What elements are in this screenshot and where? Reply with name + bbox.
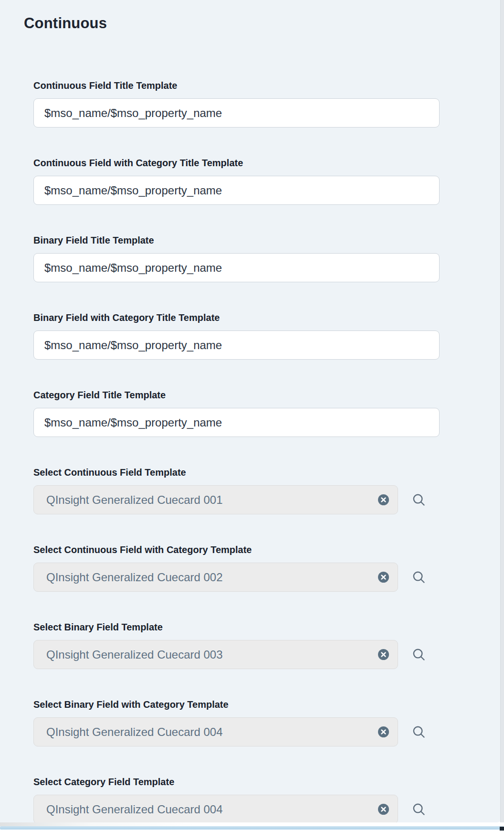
horizontal-scrollbar-thumb[interactable] [0, 826, 504, 830]
field-label: Select Continuous Field with Category Te… [33, 544, 504, 555]
search-icon [411, 724, 427, 740]
clear-button[interactable] [378, 649, 389, 660]
template-input[interactable] [33, 176, 440, 205]
search-button[interactable] [411, 647, 427, 663]
horizontal-scrollbar-track[interactable] [0, 822, 504, 826]
search-button[interactable] [411, 801, 427, 818]
select-box[interactable]: QInsight Generalized Cuecard 003 [33, 640, 398, 669]
template-input[interactable] [33, 253, 440, 282]
field-label: Binary Field Title Template [33, 235, 504, 245]
field-label: Category Field Title Template [33, 390, 504, 400]
clear-button[interactable] [378, 572, 389, 583]
x-circle-icon [378, 494, 389, 505]
field-label: Continuous Field Title Template [33, 80, 504, 91]
scrollbar-corner [500, 827, 504, 831]
field-label: Continuous Field with Category Title Tem… [33, 158, 504, 168]
field-category-title-template: Category Field Title Template [33, 390, 504, 437]
search-button[interactable] [411, 724, 427, 740]
select-row: QInsight Generalized Cuecard 003 [33, 640, 504, 669]
field-label: Select Binary Field Template [33, 622, 504, 632]
field-label: Select Continuous Field Template [33, 467, 504, 478]
clear-button[interactable] [378, 804, 389, 815]
x-circle-icon [378, 649, 389, 660]
field-select-binary-template: Select Binary Field Template QInsight Ge… [33, 622, 504, 669]
select-row: QInsight Generalized Cuecard 001 [33, 485, 504, 514]
select-value: QInsight Generalized Cuecard 004 [46, 803, 378, 816]
select-row: QInsight Generalized Cuecard 004 [33, 795, 504, 824]
x-circle-icon [378, 572, 389, 583]
search-button[interactable] [411, 569, 427, 586]
field-select-binary-with-category-template: Select Binary Field with Category Templa… [33, 699, 504, 746]
select-row: QInsight Generalized Cuecard 002 [33, 563, 504, 592]
field-label: Binary Field with Category Title Templat… [33, 312, 504, 323]
template-input[interactable] [33, 330, 440, 360]
select-row: QInsight Generalized Cuecard 004 [33, 717, 504, 746]
field-select-category-template: Select Category Field Template QInsight … [33, 777, 504, 824]
select-value: QInsight Generalized Cuecard 003 [46, 648, 378, 661]
select-value: QInsight Generalized Cuecard 001 [46, 493, 378, 507]
search-icon [411, 569, 427, 586]
field-select-continuous-with-category-template: Select Continuous Field with Category Te… [33, 544, 504, 592]
x-circle-icon [378, 726, 389, 737]
select-box[interactable]: QInsight Generalized Cuecard 001 [33, 485, 398, 514]
select-box[interactable]: QInsight Generalized Cuecard 004 [33, 717, 398, 746]
vertical-scrollbar-track[interactable] [500, 0, 504, 822]
select-value: QInsight Generalized Cuecard 004 [46, 725, 378, 739]
search-icon [411, 801, 427, 818]
template-input[interactable] [33, 408, 440, 437]
field-binary-title-template: Binary Field Title Template [33, 235, 504, 282]
field-label: Select Category Field Template [33, 777, 504, 787]
page-title: Continuous [24, 14, 504, 32]
settings-screen: Continuous Continuous Field Title Templa… [0, 0, 504, 831]
clear-button[interactable] [378, 726, 389, 737]
field-continuous-title-template: Continuous Field Title Template [33, 80, 504, 128]
field-binary-with-category-title-template: Binary Field with Category Title Templat… [33, 312, 504, 360]
field-continuous-with-category-title-template: Continuous Field with Category Title Tem… [33, 158, 504, 205]
select-box[interactable]: QInsight Generalized Cuecard 004 [33, 795, 398, 824]
template-input[interactable] [33, 98, 440, 128]
search-icon [411, 647, 427, 663]
search-button[interactable] [411, 492, 427, 508]
search-icon [411, 492, 427, 508]
select-box[interactable]: QInsight Generalized Cuecard 002 [33, 563, 398, 592]
select-value: QInsight Generalized Cuecard 002 [46, 571, 378, 584]
field-label: Select Binary Field with Category Templa… [33, 699, 504, 710]
field-select-continuous-template: Select Continuous Field Template QInsigh… [33, 467, 504, 514]
form-content: Continuous Continuous Field Title Templa… [0, 0, 504, 831]
x-circle-icon [378, 804, 389, 815]
bottom-strip [0, 822, 504, 831]
clear-button[interactable] [378, 494, 389, 505]
